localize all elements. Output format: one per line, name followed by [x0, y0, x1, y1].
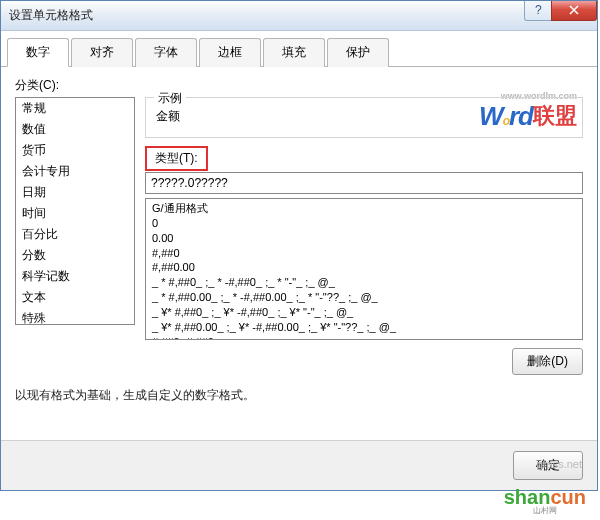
window-title: 设置单元格格式: [9, 7, 525, 24]
category-item[interactable]: 货币: [16, 140, 134, 161]
tab-font[interactable]: 字体: [135, 38, 197, 67]
watermark-shancun: shancun 山村网: [504, 486, 586, 516]
help-button[interactable]: ?: [524, 1, 552, 21]
dialog-window: 设置单元格格式 ? 数字 对齐 字体 边框 填充 保护 分类(C): 常规 数值…: [0, 0, 598, 491]
right-panel: www.wordlm.com Word联盟 示例 金额 类型(T): G/通用格…: [145, 97, 583, 375]
hint-text: 以现有格式为基础，生成自定义的数字格式。: [15, 387, 583, 404]
type-input[interactable]: [145, 172, 583, 194]
dialog-footer: 确定: [1, 440, 597, 490]
close-button[interactable]: [551, 1, 597, 21]
category-item[interactable]: 文本: [16, 287, 134, 308]
sample-box: 示例 金额: [145, 97, 583, 138]
format-item[interactable]: #,##0.00: [150, 260, 578, 275]
category-listbox[interactable]: 常规 数值 货币 会计专用 日期 时间 百分比 分数 科学记数 文本 特殊 自定…: [15, 97, 135, 325]
tab-protect[interactable]: 保护: [327, 38, 389, 67]
format-item[interactable]: _ ¥* #,##0.00_ ;_ ¥* -#,##0.00_ ;_ ¥* "-…: [150, 320, 578, 335]
category-item[interactable]: 分数: [16, 245, 134, 266]
format-listbox[interactable]: G/通用格式 0 0.00 #,##0 #,##0.00 _ * #,##0_ …: [145, 198, 583, 340]
main-area: 常规 数值 货币 会计专用 日期 时间 百分比 分数 科学记数 文本 特殊 自定…: [15, 97, 583, 375]
tab-row: 数字 对齐 字体 边框 填充 保护: [1, 31, 597, 67]
watermark-grass: grass.net: [537, 458, 582, 470]
tab-border[interactable]: 边框: [199, 38, 261, 67]
format-item[interactable]: 0.00: [150, 231, 578, 246]
category-item[interactable]: 会计专用: [16, 161, 134, 182]
format-item[interactable]: #,##0: [150, 246, 578, 261]
highlight-annotation: 类型(T):: [145, 146, 208, 171]
category-item[interactable]: 科学记数: [16, 266, 134, 287]
titlebar: 设置单元格格式 ?: [1, 1, 597, 31]
help-icon: ?: [532, 4, 544, 16]
category-item[interactable]: 常规: [16, 98, 134, 119]
tab-fill[interactable]: 填充: [263, 38, 325, 67]
sample-value: 金额: [156, 106, 572, 127]
format-item[interactable]: _ * #,##0_ ;_ * -#,##0_ ;_ * "-"_ ;_ @_: [150, 275, 578, 290]
dialog-body: 分类(C): 常规 数值 货币 会计专用 日期 时间 百分比 分数 科学记数 文…: [1, 67, 597, 440]
sample-legend: 示例: [154, 90, 186, 107]
svg-text:?: ?: [535, 4, 542, 16]
tab-align[interactable]: 对齐: [71, 38, 133, 67]
window-buttons: ?: [525, 1, 597, 21]
tab-number[interactable]: 数字: [7, 38, 69, 67]
delete-row: 删除(D): [145, 348, 583, 375]
category-item[interactable]: 日期: [16, 182, 134, 203]
category-item[interactable]: 时间: [16, 203, 134, 224]
format-item[interactable]: 0: [150, 216, 578, 231]
close-icon: [568, 4, 580, 16]
delete-button[interactable]: 删除(D): [512, 348, 583, 375]
format-item[interactable]: _ * #,##0.00_ ;_ * -#,##0.00_ ;_ * "-"??…: [150, 290, 578, 305]
category-item[interactable]: 特殊: [16, 308, 134, 325]
format-item[interactable]: G/通用格式: [150, 201, 578, 216]
format-item[interactable]: _ ¥* #,##0_ ;_ ¥* -#,##0_ ;_ ¥* "-"_ ;_ …: [150, 305, 578, 320]
category-item[interactable]: 数值: [16, 119, 134, 140]
type-label: 类型(T):: [155, 151, 198, 165]
type-section: 类型(T):: [145, 146, 583, 194]
format-item[interactable]: #,##0;-#,##0: [150, 335, 578, 340]
category-item[interactable]: 百分比: [16, 224, 134, 245]
